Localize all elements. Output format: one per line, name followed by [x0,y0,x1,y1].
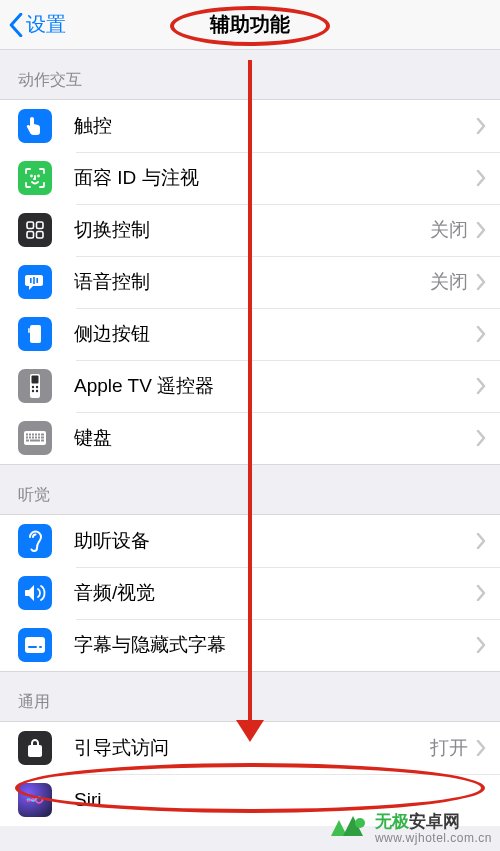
svg-rect-24 [26,437,28,439]
back-button[interactable]: 设置 [8,0,66,49]
svg-rect-3 [37,222,44,229]
svg-rect-6 [30,278,32,283]
touch-icon [18,109,52,143]
row-label: 字幕与隐藏式字幕 [74,632,476,658]
chevron-right-icon [476,222,486,238]
svg-rect-23 [41,434,44,436]
svg-rect-26 [32,437,34,439]
chevron-right-icon [476,274,486,290]
svg-point-0 [31,176,32,177]
annotation-arrow-line [248,60,252,730]
watermark-logo-icon [325,814,369,844]
svg-rect-4 [27,232,34,239]
audio-visual-icon [18,576,52,610]
svg-rect-31 [30,440,40,442]
watermark-url: www.wjhotel.com.cn [375,832,492,845]
svg-rect-27 [35,437,37,439]
svg-point-13 [32,386,34,388]
svg-rect-12 [32,376,39,384]
svg-rect-5 [37,232,44,239]
svg-rect-22 [38,434,40,436]
chevron-right-icon [476,430,486,446]
svg-rect-28 [38,437,40,439]
svg-rect-7 [33,277,35,284]
side-button-icon [18,317,52,351]
svg-rect-32 [41,440,44,442]
row-label: 切换控制 [74,217,430,243]
svg-rect-21 [35,434,37,436]
row-label: 侧边按钮 [74,321,476,347]
svg-rect-2 [27,222,34,229]
svg-point-15 [32,390,34,392]
svg-point-14 [36,386,38,388]
keyboard-icon [18,421,52,455]
row-label: 助听设备 [74,528,476,554]
svg-rect-8 [36,278,38,283]
svg-rect-20 [32,434,34,436]
chevron-right-icon [476,118,486,134]
row-label: Apple TV 遥控器 [74,373,476,399]
svg-point-37 [355,818,365,828]
annotation-arrow-head [236,720,264,742]
faceid-icon [18,161,52,195]
svg-rect-10 [28,328,30,333]
svg-point-1 [38,176,39,177]
svg-rect-18 [26,434,28,436]
row-status: 关闭 [430,217,468,243]
row-status: 打开 [430,735,468,761]
row-label: 触控 [74,113,476,139]
hearing-devices-icon [18,524,52,558]
row-status: 关闭 [430,269,468,295]
watermark-text: 无极安卓网 www.wjhotel.com.cn [375,813,492,845]
svg-rect-34 [28,646,37,648]
watermark-brand: 无极安卓网 [375,813,492,832]
svg-rect-33 [25,637,45,653]
row-label: 键盘 [74,425,476,451]
chevron-right-icon [476,637,486,653]
chevron-right-icon [476,533,486,549]
navbar: 设置 辅助功能 [0,0,500,50]
chevron-left-icon [8,13,24,37]
guided-access-icon [18,731,52,765]
row-label: 语音控制 [74,269,430,295]
row-label: 音频/视觉 [74,580,476,606]
svg-rect-30 [26,440,29,442]
svg-point-16 [36,390,38,392]
watermark: 无极安卓网 www.wjhotel.com.cn [325,813,492,845]
chevron-right-icon [476,378,486,394]
svg-rect-29 [41,437,44,439]
subtitles-icon [18,628,52,662]
screen: 设置 辅助功能 动作交互 触控 面容 ID 与注视 切换控制 关闭 [0,0,500,851]
chevron-right-icon [476,740,486,756]
switch-control-icon [18,213,52,247]
row-label: 面容 ID 与注视 [74,165,476,191]
chevron-right-icon [476,170,486,186]
svg-rect-9 [30,325,41,343]
svg-rect-25 [29,437,31,439]
chevron-right-icon [476,585,486,601]
svg-rect-19 [29,434,31,436]
back-label: 设置 [26,11,66,38]
svg-rect-35 [39,646,42,648]
row-label: Siri [74,789,500,811]
chevron-right-icon [476,326,486,342]
appletv-remote-icon [18,369,52,403]
siri-icon [18,783,52,817]
page-title: 辅助功能 [210,11,290,38]
voice-control-icon [18,265,52,299]
